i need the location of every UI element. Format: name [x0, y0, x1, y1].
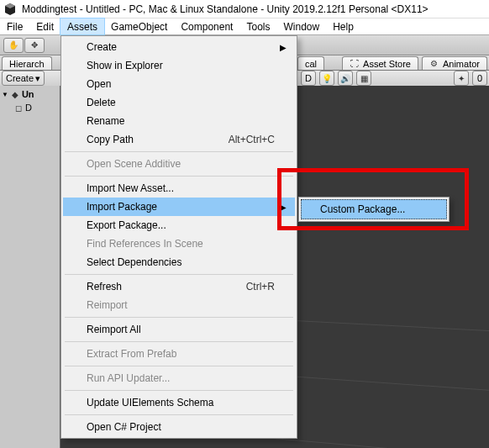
menu-item-delete[interactable]: Delete — [63, 93, 295, 112]
fx-toggle[interactable]: ▦ — [356, 71, 371, 86]
menu-item-refresh[interactable]: RefreshCtrl+R — [63, 277, 295, 296]
tab-label: Asset Store — [363, 59, 411, 69]
create-dropdown[interactable]: Create▾ — [2, 71, 45, 86]
menu-item-reimport-all[interactable]: Reimport All — [63, 320, 295, 339]
menu-item-label: Export Package... — [87, 219, 166, 231]
title-bar: Moddingtest - Untitled - PC, Mac & Linux… — [0, 0, 489, 18]
menu-item-label: Delete — [87, 97, 116, 108]
gizmo-button[interactable]: ✦ — [454, 71, 469, 86]
menu-item-open-c-project[interactable]: Open C# Project — [63, 418, 295, 436]
hierarchy-row-label: Un — [22, 89, 34, 99]
hierarchy-row[interactable]: ▼ ◆ Un — [0, 87, 60, 101]
menu-item-label: Run API Updater... — [87, 372, 170, 384]
submenu-item-label: Custom Package... — [320, 203, 405, 215]
menu-window[interactable]: Window — [276, 18, 326, 34]
custom-package-item[interactable]: Custom Package... — [301, 199, 447, 219]
tab-label: Animator — [443, 59, 480, 69]
menu-assets[interactable]: Assets — [60, 18, 104, 34]
hierarchy-toolbar: Create▾ — [0, 71, 60, 86]
gameobject-icon: ◻ — [13, 103, 24, 113]
menu-item-label: Create — [87, 41, 117, 53]
menu-item-label: Import Package — [87, 201, 157, 213]
window-title: Moddingtest - Untitled - PC, Mac & Linux… — [22, 3, 429, 15]
menu-file[interactable]: File — [0, 18, 29, 34]
unity-scene-icon: ◆ — [10, 89, 20, 99]
menu-separator — [65, 390, 293, 391]
menu-item-create[interactable]: Create▶ — [63, 38, 295, 56]
menu-tools[interactable]: Tools — [239, 18, 276, 34]
asset-store-tab[interactable]: ⛶Asset Store — [342, 56, 418, 70]
menu-separator — [65, 317, 293, 318]
local-tab-partial[interactable]: cal — [297, 56, 324, 70]
menu-separator — [65, 176, 293, 177]
unity-logo-icon — [3, 3, 17, 16]
hierarchy-row-label: D — [25, 103, 32, 113]
menu-item-shortcut: Alt+Ctrl+C — [229, 134, 275, 145]
audio-toggle[interactable]: 🔊 — [338, 71, 353, 86]
menu-item-label: Open C# Project — [87, 421, 161, 433]
image-icon: ▦ — [360, 73, 368, 83]
zero-button[interactable]: 0 — [472, 71, 487, 86]
hierarchy-panel: Hierarch Create▾ ▼ ◆ Un ◻ D — [0, 55, 60, 448]
menu-item-reimport: Reimport — [63, 296, 295, 314]
menu-item-rename[interactable]: Rename — [63, 112, 295, 130]
hierarchy-tabstrip: Hierarch — [0, 55, 60, 71]
2d-toggle[interactable]: D — [301, 71, 316, 86]
menu-bar: File Edit Assets GameObject Component To… — [0, 18, 489, 35]
menu-item-label: Import New Asset... — [87, 182, 174, 194]
lighting-toggle[interactable]: 💡 — [319, 71, 334, 86]
move-icon: ✥ — [29, 40, 39, 50]
menu-item-label: Reimport — [87, 299, 128, 311]
gizmo-icon: ✦ — [458, 73, 465, 83]
hierarchy-row[interactable]: ◻ D — [0, 101, 60, 114]
menu-item-open[interactable]: Open — [63, 75, 295, 93]
menu-item-label: Show in Explorer — [87, 60, 163, 71]
menu-separator — [65, 366, 293, 366]
menu-item-label: Open Scene Additive — [87, 158, 181, 170]
hand-icon: ✋ — [8, 40, 18, 50]
menu-item-label: Open — [87, 78, 111, 90]
foldout-arrow-icon: ▼ — [2, 91, 8, 98]
menu-edit[interactable]: Edit — [29, 18, 60, 34]
menu-item-export-package[interactable]: Export Package... — [63, 216, 295, 235]
menu-separator — [65, 151, 293, 152]
menu-item-import-new-asset[interactable]: Import New Asset... — [63, 179, 295, 198]
menu-item-show-in-explorer[interactable]: Show in Explorer — [63, 56, 295, 75]
menu-item-select-dependencies[interactable]: Select Dependencies — [63, 253, 295, 271]
move-tool-button[interactable]: ✥ — [24, 38, 45, 53]
menu-item-open-scene-additive: Open Scene Additive — [63, 155, 295, 173]
chevron-down-icon: ▾ — [35, 73, 40, 84]
menu-item-label: Extract From Prefab — [87, 348, 176, 360]
menu-separator — [65, 341, 293, 342]
menu-item-extract-from-prefab: Extract From Prefab — [63, 345, 295, 363]
tab-label: cal — [305, 59, 317, 69]
menu-item-run-api-updater: Run API Updater... — [63, 369, 295, 387]
hand-tool-button[interactable]: ✋ — [3, 38, 24, 53]
animator-icon: ⚙ — [429, 59, 439, 69]
menu-item-copy-path[interactable]: Copy PathAlt+Ctrl+C — [63, 130, 295, 149]
hierarchy-tab-label: Hierarch — [9, 59, 45, 69]
submenu-arrow-icon: ▶ — [280, 43, 287, 52]
lightbulb-icon: 💡 — [322, 73, 332, 83]
menu-item-find-references-in-scene: Find References In Scene — [63, 235, 295, 253]
menu-item-update-uielements-schema[interactable]: Update UIElements Schema — [63, 393, 295, 412]
assets-dropdown-menu: Create▶Show in ExplorerOpenDeleteRenameC… — [60, 35, 297, 439]
menu-gameobject[interactable]: GameObject — [104, 18, 174, 34]
menu-item-label: Rename — [87, 115, 124, 127]
2d-label: D — [305, 73, 312, 83]
hierarchy-tab[interactable]: Hierarch — [2, 56, 52, 70]
menu-separator — [65, 414, 293, 415]
hierarchy-tree[interactable]: ▼ ◆ Un ◻ D — [0, 86, 60, 448]
create-label: Create — [6, 73, 34, 83]
menu-component[interactable]: Component — [174, 18, 239, 34]
menu-item-label: Update UIElements Schema — [87, 397, 213, 408]
import-package-submenu: Custom Package... — [298, 197, 450, 222]
animator-tab[interactable]: ⚙Animator — [422, 56, 487, 70]
speaker-icon: 🔊 — [340, 73, 350, 83]
menu-help[interactable]: Help — [326, 18, 360, 34]
submenu-arrow-icon: ▶ — [280, 203, 287, 212]
menu-item-label: Refresh — [87, 281, 122, 293]
menu-separator — [65, 274, 293, 275]
menu-item-import-package[interactable]: Import Package▶ — [63, 198, 295, 216]
asset-store-icon: ⛶ — [350, 59, 360, 69]
